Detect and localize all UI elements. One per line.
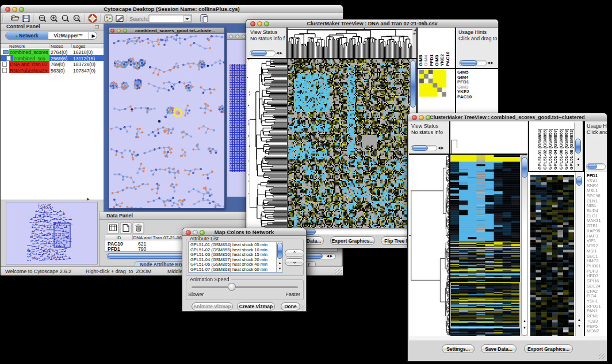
svg-text:Search:: Search: — [129, 16, 148, 22]
svg-text:1:1: 1:1 — [75, 17, 79, 20]
